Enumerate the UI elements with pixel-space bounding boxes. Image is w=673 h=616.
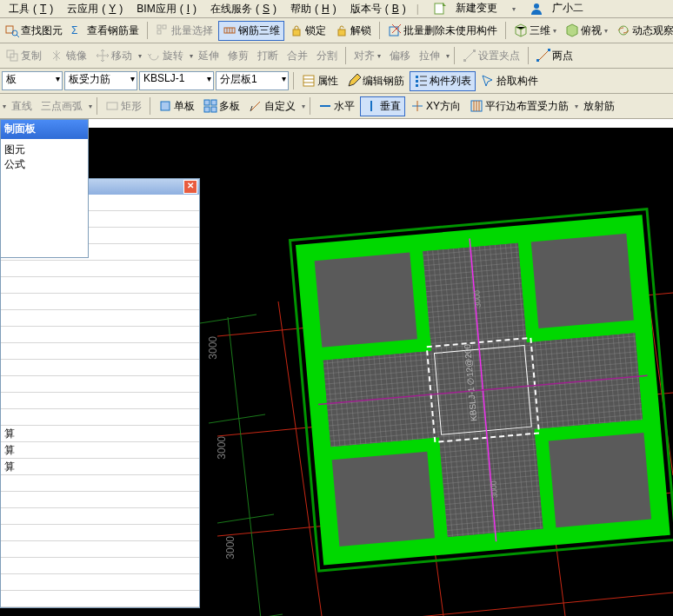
- list-row[interactable]: [1, 525, 199, 541]
- list-row[interactable]: [1, 409, 199, 426]
- layer-combo[interactable]: 分层板1: [216, 71, 289, 90]
- menu-user[interactable]: 广小二: [523, 0, 590, 19]
- svg-text:Σ: Σ: [71, 24, 77, 36]
- rebar-3d-button[interactable]: 钢筋三维: [218, 21, 284, 41]
- list-row[interactable]: [1, 508, 199, 525]
- single-slab-button[interactable]: 单板: [155, 97, 198, 116]
- trim-button[interactable]: 修剪: [224, 47, 252, 65]
- split-button[interactable]: 分割: [313, 47, 341, 65]
- control-panel: 制面板 图元 公式: [0, 119, 89, 258]
- svg-rect-23: [473, 50, 476, 52]
- parallel-rebar-button[interactable]: 平行边布置受力筋: [466, 97, 572, 116]
- svg-text:3000: 3000: [490, 480, 500, 499]
- list-row[interactable]: [1, 475, 199, 492]
- svg-rect-37: [161, 102, 170, 110]
- multi-slab-button[interactable]: 多板: [200, 97, 243, 116]
- list-row[interactable]: [1, 310, 199, 327]
- menu-online[interactable]: 在线服务(S): [203, 0, 280, 18]
- vertical-button[interactable]: 垂直: [360, 96, 405, 116]
- list-row[interactable]: [1, 393, 199, 409]
- svg-line-62: [228, 317, 261, 616]
- menu-help[interactable]: 帮助(H): [283, 0, 340, 18]
- list-row[interactable]: [1, 343, 199, 360]
- dim-1: 3000: [207, 336, 219, 360]
- move-button[interactable]: 移动: [92, 47, 136, 65]
- dynamic-observe-button[interactable]: 动态观察▾: [613, 22, 673, 40]
- batch-delete-button[interactable]: 批量删除未使用构件: [384, 22, 501, 40]
- menu-bim[interactable]: BIM应用(I): [130, 0, 200, 18]
- rect-button[interactable]: 矩形: [102, 97, 145, 116]
- svg-rect-67: [531, 234, 634, 328]
- mirror-button[interactable]: 镜像: [47, 47, 90, 65]
- toolbar-1: 查找图元 Σ查看钢筋量 批量选择 钢筋三维 锁定 解锁 批量删除未使用构件 三维…: [0, 18, 673, 43]
- horizontal-button[interactable]: 水平: [315, 97, 358, 116]
- radial-rebar-button[interactable]: 放射筋: [580, 97, 618, 116]
- view-3d-button[interactable]: 三维▾: [510, 22, 560, 40]
- merge-button[interactable]: 合并: [283, 47, 311, 65]
- svg-line-24: [538, 50, 549, 61]
- svg-rect-39: [211, 100, 217, 105]
- svg-rect-27: [303, 76, 314, 86]
- code-combo[interactable]: KBSLJ-1: [139, 71, 214, 90]
- list-row[interactable]: 算: [1, 459, 199, 475]
- component-list-button[interactable]: 构件列表: [410, 71, 476, 91]
- top-view-button[interactable]: 俯视▾: [562, 22, 611, 40]
- slab-force-combo[interactable]: 板受力筋: [64, 71, 137, 90]
- align-button[interactable]: 对齐▾: [350, 47, 384, 65]
- svg-rect-0: [435, 3, 443, 14]
- list-row[interactable]: [1, 541, 199, 558]
- copy-button[interactable]: 复制: [2, 47, 45, 65]
- batch-select-button[interactable]: 批量选择: [152, 22, 217, 40]
- list-row[interactable]: [1, 492, 199, 508]
- svg-point-1: [534, 3, 539, 9]
- dim-2: 3000: [216, 436, 228, 460]
- svg-line-4: [17, 35, 19, 37]
- menu-cloud[interactable]: 云应用(Y): [60, 0, 126, 18]
- list-row[interactable]: [1, 376, 199, 393]
- xy-direction-button[interactable]: XY方向: [407, 97, 464, 116]
- menu-tool[interactable]: 工具(T): [2, 0, 57, 18]
- toolbar-4: ▾ 直线 三点画弧 ▾ 矩形 单板 多板 自定义 ▾ 水平 垂直 XY方向 平行…: [0, 94, 673, 119]
- list-row[interactable]: [1, 591, 199, 607]
- svg-line-59: [209, 414, 265, 423]
- unlock-icon: [335, 23, 349, 37]
- lock-button[interactable]: 锁定: [286, 22, 330, 40]
- arc3-button[interactable]: 三点画弧: [37, 97, 86, 116]
- list-row[interactable]: [1, 261, 199, 277]
- custom-button[interactable]: 自定义: [245, 97, 299, 116]
- control-panel-title: 制面板: [1, 120, 88, 139]
- break-button[interactable]: 打断: [254, 47, 282, 65]
- svg-rect-73: [549, 433, 651, 527]
- two-point-button[interactable]: 两点: [533, 47, 576, 65]
- list-row[interactable]: [1, 360, 199, 376]
- attributes-button[interactable]: 属性: [298, 72, 342, 90]
- find-element-button[interactable]: 查找图元: [2, 22, 66, 40]
- offset-button[interactable]: 偏移: [386, 47, 414, 65]
- rotate-button[interactable]: 旋转: [143, 47, 187, 65]
- pick-component-button[interactable]: 拾取构件: [477, 72, 542, 90]
- list-row[interactable]: 算: [1, 426, 199, 442]
- list-row[interactable]: [1, 327, 199, 343]
- close-icon[interactable]: ✕: [183, 180, 197, 194]
- menu-version[interactable]: 版本号(B): [343, 0, 410, 18]
- svg-rect-14: [338, 30, 345, 36]
- slab-combo[interactable]: 板: [2, 71, 63, 90]
- edit-rebar-button[interactable]: 编辑钢筋: [343, 72, 408, 90]
- menu-newchange[interactable]: 新建变更: [426, 0, 504, 19]
- lock-icon: [290, 23, 303, 37]
- list-row[interactable]: [1, 277, 199, 294]
- line-button[interactable]: 直线: [8, 97, 36, 116]
- unlock-button[interactable]: 解锁: [331, 22, 375, 40]
- svg-rect-65: [315, 253, 417, 348]
- extend-button[interactable]: 延伸: [195, 47, 223, 65]
- stretch-button[interactable]: 拉伸: [416, 47, 443, 65]
- list-row[interactable]: [1, 558, 199, 574]
- set-clamp-button[interactable]: 设置夹点: [459, 47, 523, 65]
- toolbar-3: 板 板受力筋 KBSLJ-1 分层板1 属性 编辑钢筋 构件列表 拾取构件: [0, 69, 673, 94]
- panel-row-element[interactable]: 图元: [4, 142, 84, 157]
- view-rebar-button[interactable]: Σ查看钢筋量: [68, 22, 143, 40]
- list-row[interactable]: 算: [1, 442, 199, 459]
- list-row[interactable]: [1, 574, 199, 591]
- list-row[interactable]: [1, 294, 199, 310]
- panel-row-formula[interactable]: 公式: [4, 157, 84, 172]
